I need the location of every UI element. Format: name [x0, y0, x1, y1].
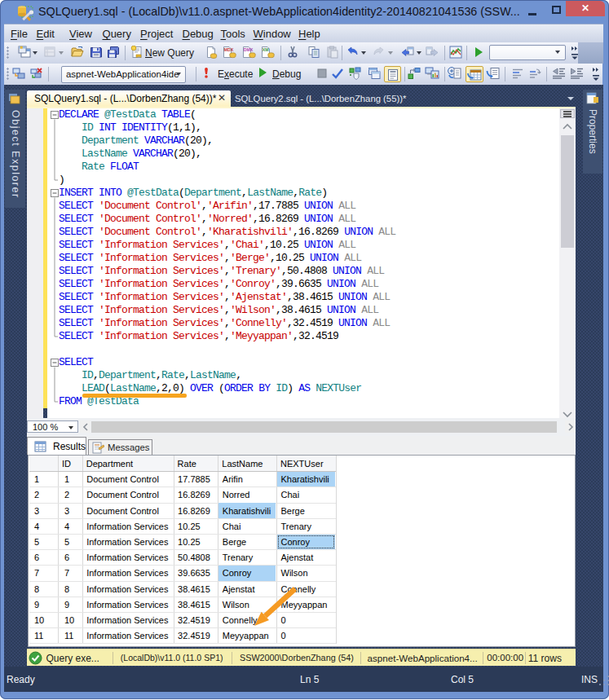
svg-text:XM: XM: [263, 47, 269, 52]
svg-text:DMX: DMX: [244, 47, 254, 52]
svg-text:MDX: MDX: [224, 47, 234, 52]
